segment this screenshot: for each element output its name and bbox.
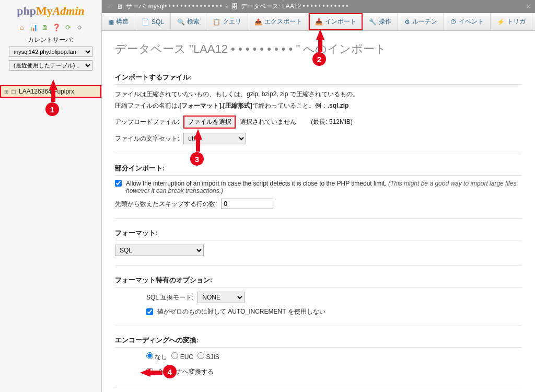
tab-events[interactable]: ⏱イベント: [444, 13, 491, 30]
current-server-label: カレントサーバ:: [28, 36, 73, 44]
content: データベース "LAA12 • • • • • • • • • " へのインポー…: [102, 31, 535, 392]
routines-icon: ⚙: [404, 18, 410, 26]
close-icon[interactable]: ✕: [526, 3, 531, 10]
tab-routines[interactable]: ⚙ルーチン: [398, 13, 444, 30]
tab-query[interactable]: 📋クエリ: [206, 13, 248, 30]
partial-text: Allow the interruption of an import in c…: [126, 180, 522, 194]
query-icon: 📋: [213, 18, 220, 26]
db-name: LAA1263645-uplprx: [19, 88, 74, 95]
tab-sql[interactable]: 📄SQL: [135, 13, 171, 30]
enc-none-option[interactable]: なし: [146, 352, 167, 363]
no-file-text: 選択されていません: [240, 118, 296, 126]
recent-tables-select[interactable]: (最近使用したテーブル) ..: [9, 60, 92, 71]
tab-search[interactable]: 🔍検索: [171, 13, 206, 30]
docs-icon[interactable]: ❓: [52, 23, 61, 31]
triggers-icon: ⚡: [497, 18, 505, 26]
db-icon: 🗀: [10, 88, 17, 95]
arrow-2: [316, 29, 324, 40]
autoinc-label: 値がゼロのものに対して AUTO_INCREMENT を使用しない: [157, 307, 325, 316]
arrow-4: [140, 368, 150, 377]
search-icon: 🔍: [177, 18, 185, 26]
tab-structure[interactable]: ▦構造: [102, 13, 135, 30]
options-heading: フォーマット特有のオプション:: [115, 275, 522, 287]
sidebar: phpMyAdmin ⌂ 📊 🗎 ❓ ⟳ ⛭ カレントサーバ: mysql142…: [0, 0, 102, 392]
enc-heading: エンコーディングへの変換:: [115, 336, 522, 348]
nav-back-icon[interactable]: ←: [107, 3, 113, 10]
charset-label: ファイルの文字セット:: [115, 134, 179, 143]
format-heading: フォーマット:: [115, 228, 522, 240]
expand-icon[interactable]: ⊞: [4, 89, 8, 95]
file-heading: インポートするファイル:: [115, 73, 522, 85]
skip-input[interactable]: [221, 199, 273, 209]
enc-sjis-option[interactable]: SJIS: [197, 352, 219, 363]
server-select[interactable]: mysql142.phy.lolipop.lan: [9, 47, 92, 57]
reload-icon[interactable]: ⟳: [64, 23, 72, 31]
home-icon[interactable]: ⌂: [18, 23, 26, 31]
upload-label: アップロードファイル:: [115, 118, 179, 126]
callout-3: 3: [190, 152, 204, 166]
skip-label: 先頭から数えたスキップする行の数:: [115, 200, 217, 209]
breadcrumb-db[interactable]: データベース: LAA12 • • • • • • • • • • • •: [241, 2, 348, 11]
sql-icon: 📄: [142, 18, 149, 26]
breadcrumb-server[interactable]: サーバ: mysql• • • • • • • • • • • • • • •: [126, 2, 222, 11]
callout-2: 2: [312, 52, 326, 66]
tab-import[interactable]: 📥インポート: [309, 13, 363, 30]
choose-file-button[interactable]: ファイルを選択: [183, 116, 236, 129]
operations-icon: 🔧: [369, 18, 377, 26]
file-desc2: 圧縮ファイルの名前は.[フォーマット].[圧縮形式]で終わっていること。例：.s…: [115, 100, 522, 112]
breadcrumb: ← 🖥 サーバ: mysql• • • • • • • • • • • • • …: [102, 0, 535, 13]
events-icon: ⏱: [450, 18, 457, 26]
tabs: ▦構造 📄SQL 🔍検索 📋クエリ 📤エクスポート 📥インポート 🔧操作 ⚙ルー…: [102, 13, 535, 31]
server-icon: 🖥: [117, 3, 123, 10]
maxlen-text: (最長: 512MiB): [311, 118, 352, 126]
sql-icon[interactable]: 🗎: [41, 23, 49, 31]
file-desc1: ファイルは圧縮されていないもの、もしくは、gzip, bzip2, zip で圧…: [115, 89, 522, 100]
callout-4: 4: [163, 365, 177, 378]
db-icon: 🗄: [231, 3, 238, 10]
settings-icon[interactable]: ⛭: [75, 23, 84, 31]
charset-select[interactable]: utf-8: [183, 133, 246, 144]
autoinc-checkbox[interactable]: [146, 308, 153, 315]
tab-export[interactable]: 📤エクスポート: [248, 13, 309, 30]
callout-1: 1: [45, 102, 59, 116]
logout-icon[interactable]: 📊: [29, 23, 38, 31]
phpmyadmin-logo: phpMyAdmin: [17, 4, 85, 18]
export-icon: 📤: [254, 18, 262, 26]
format-select[interactable]: SQL: [115, 245, 204, 256]
tab-triggers[interactable]: ⚡トリガ: [491, 13, 532, 30]
partial-checkbox[interactable]: [115, 180, 122, 187]
compat-label: SQL 互換モード:: [146, 293, 193, 302]
sidebar-toolbar: ⌂ 📊 🗎 ❓ ⟳ ⛭: [18, 23, 84, 31]
structure-icon: ▦: [108, 18, 114, 26]
arrow-1: [49, 79, 57, 90]
tab-operations[interactable]: 🔧操作: [363, 13, 398, 30]
breadcrumb-sep: »: [225, 3, 229, 10]
import-icon: 📥: [315, 18, 323, 26]
partial-heading: 部分インポート:: [115, 164, 522, 176]
arrow-3: [194, 129, 202, 140]
enc-euc-option[interactable]: EUC: [171, 352, 193, 363]
compat-select[interactable]: NONE: [197, 292, 245, 303]
